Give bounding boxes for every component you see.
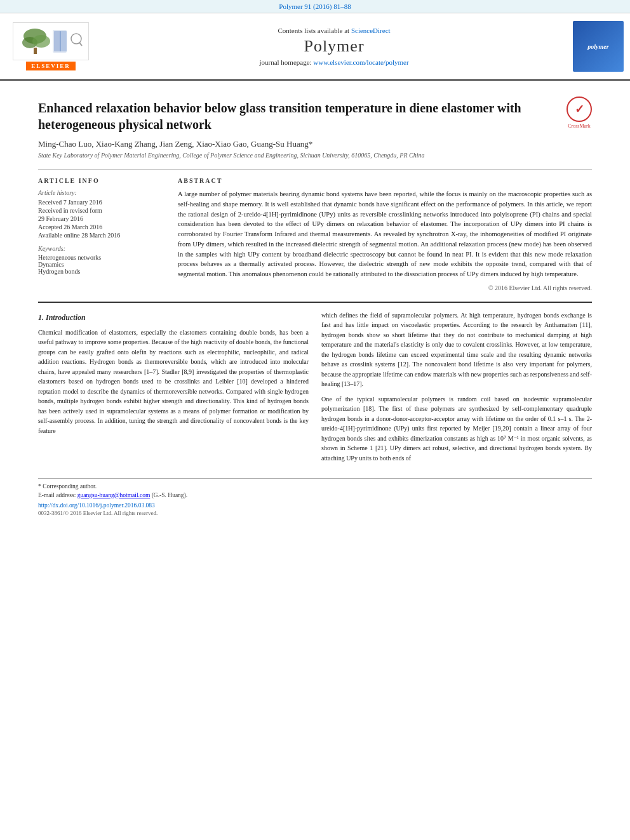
available-date: Available online 28 March 2016 xyxy=(38,232,165,239)
article-info-col: ARTICLE INFO Article history: Received 7… xyxy=(38,177,165,291)
sciencedirect-link[interactable]: ScienceDirect xyxy=(351,27,391,34)
affiliation: State Key Laboratory of Polymer Material… xyxy=(38,152,592,159)
revised-date: 29 February 2016 xyxy=(38,215,165,222)
footnote-text: * Corresponding author. E-mail address: … xyxy=(38,483,592,500)
received-date: Received 7 January 2016 xyxy=(38,199,165,206)
crossmark-icon xyxy=(566,97,592,122)
article-info-abstract: ARTICLE INFO Article history: Received 7… xyxy=(38,177,592,291)
email-suffix: (G.-S. Huang). xyxy=(152,492,187,498)
svg-point-3 xyxy=(32,35,50,48)
main-content: 1. Introduction Chemical modification of… xyxy=(38,310,592,469)
elsevier-label: ELSEVIER xyxy=(26,62,76,70)
doi-link[interactable]: http://dx.doi.org/10.1016/j.polymer.2016… xyxy=(38,502,592,509)
accepted-date: Accepted 26 March 2016 xyxy=(38,223,165,230)
article-title: Enhanced relaxation behavior below glass… xyxy=(38,100,592,133)
polymer-badge: polymer xyxy=(573,21,624,72)
article-content: CrossMark Enhanced relaxation behavior b… xyxy=(0,81,630,529)
crossmark-label: CrossMark xyxy=(566,123,592,129)
homepage-line: journal homepage: www.elsevier.com/locat… xyxy=(259,58,408,66)
introduction-heading: 1. Introduction xyxy=(38,313,309,323)
authors: Ming-Chao Luo, Xiao-Kang Zhang, Jian Zen… xyxy=(38,139,592,149)
elsevier-tree-svg xyxy=(16,25,86,58)
footnote-section: * Corresponding author. E-mail address: … xyxy=(38,478,592,516)
journal-header-center: Contents lists available at ScienceDirec… xyxy=(102,18,566,74)
copyright: © 2016 Elsevier Ltd. All rights reserved… xyxy=(178,284,592,291)
corresponding-label: * Corresponding author. xyxy=(38,483,97,490)
revised-label: Received in revised form xyxy=(38,207,165,214)
intro-paragraph-right-2: One of the typical supramolecular polyme… xyxy=(321,394,592,463)
article-history-label: Article history: xyxy=(38,189,165,196)
intro-paragraph-right-1: which defines the field of supramolecula… xyxy=(321,310,592,389)
journal-name: Polymer xyxy=(304,37,364,56)
journal-header-right: polymer xyxy=(566,18,630,74)
email-label: E-mail address: xyxy=(38,492,76,498)
abstract-text: A large number of polymer materials bear… xyxy=(178,189,592,279)
right-column: which defines the field of supramolecula… xyxy=(321,310,592,469)
email-link[interactable]: guangsu-huang@hotmail.com xyxy=(77,492,151,498)
abstract-heading: ABSTRACT xyxy=(178,177,592,184)
contents-text: Contents lists available at xyxy=(278,27,351,34)
keyword-2: Dynamics xyxy=(38,261,165,268)
elsevier-logo-image xyxy=(13,22,89,60)
authors-text: Ming-Chao Luo, Xiao-Kang Zhang, Jian Zen… xyxy=(38,139,312,149)
divider-1 xyxy=(38,169,592,170)
elsevier-logo: ELSEVIER xyxy=(13,22,89,70)
abstract-col: ABSTRACT A large number of polymer mater… xyxy=(178,177,592,291)
svg-rect-4 xyxy=(34,48,37,54)
divider-2 xyxy=(38,302,592,303)
left-column: 1. Introduction Chemical modification of… xyxy=(38,310,309,469)
journal-header: ELSEVIER Contents lists available at Sci… xyxy=(0,13,630,81)
issue-info: Polymer 91 (2016) 81–88 xyxy=(279,3,351,10)
contents-line: Contents lists available at ScienceDirec… xyxy=(278,27,390,34)
intro-paragraph-1: Chemical modification of elastomers, esp… xyxy=(38,328,309,436)
top-bar: Polymer 91 (2016) 81–88 xyxy=(0,0,630,13)
keyword-3: Hydrogen bonds xyxy=(38,268,165,275)
article-info-heading: ARTICLE INFO xyxy=(38,177,165,184)
journal-header-left: ELSEVIER xyxy=(0,18,102,74)
crossmark: CrossMark xyxy=(566,97,592,122)
homepage-link[interactable]: www.elsevier.com/locate/polymer xyxy=(313,58,408,66)
page: Polymer 91 (2016) 81–88 xyxy=(0,0,630,840)
keywords-label: Keywords: xyxy=(38,245,165,252)
homepage-text: journal homepage: xyxy=(259,58,313,66)
issn-line: 0032-3861/© 2016 Elsevier Ltd. All right… xyxy=(38,510,592,516)
svg-rect-6 xyxy=(54,31,60,51)
keyword-1: Heterogeneous networks xyxy=(38,254,165,261)
svg-rect-7 xyxy=(60,31,67,51)
